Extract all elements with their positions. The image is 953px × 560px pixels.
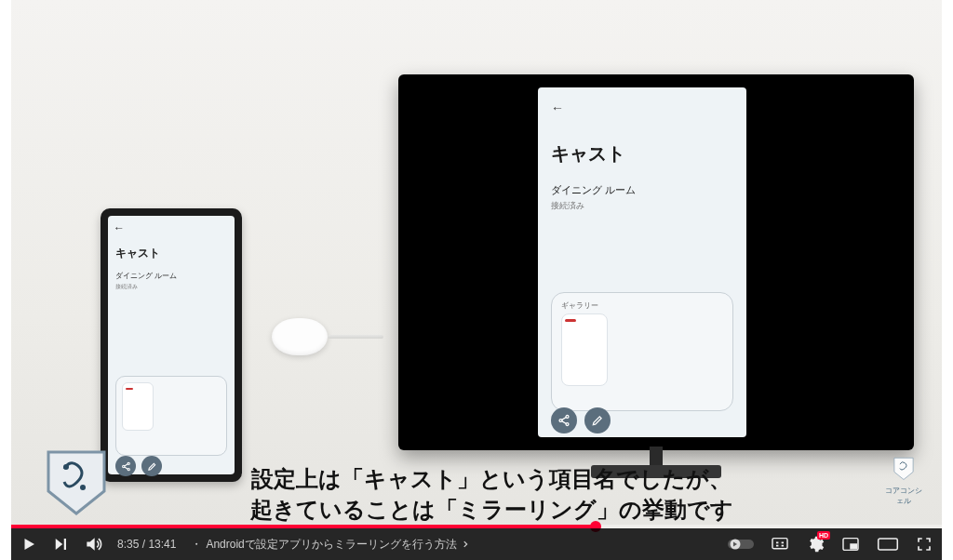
theater-button[interactable] (877, 537, 899, 552)
chevron-right-icon (461, 540, 470, 549)
phone-preview-card (115, 376, 227, 456)
phone-cast-title: キャスト (115, 246, 227, 261)
tv-device-name: ダイニング ルーム (551, 183, 733, 197)
brand-badge-right-icon (890, 456, 918, 484)
miniplayer-button[interactable] (841, 537, 860, 552)
share-icon (551, 407, 577, 433)
svg-rect-12 (851, 544, 856, 549)
back-arrow-icon: ← (114, 221, 125, 234)
brand-badge-right: コアコンシェル (882, 456, 925, 506)
settings-button[interactable]: HD (806, 535, 825, 553)
brand-badge-left-icon (43, 445, 110, 519)
video-player: ← キャスト ダイニング ルーム 接続済み (0, 0, 953, 560)
volume-button[interactable] (84, 535, 102, 553)
chromecast-dongle (272, 318, 328, 355)
subtitle-caption: 設定上は「キャスト」という項目名でしたが、 起きていることは「ミラーリング」の挙… (115, 459, 867, 527)
tv-monitor: ← キャスト ダイニング ルーム 接続済み ギャラリー (398, 74, 914, 450)
svg-rect-13 (879, 539, 898, 550)
svg-point-7 (80, 485, 86, 490)
chapter-title: Androidで設定アプリからミラーリングを行う方法 (206, 537, 456, 553)
hd-badge: HD (817, 531, 830, 540)
video-frame[interactable]: ← キャスト ダイニング ルーム 接続済み (11, 0, 942, 528)
phone-screen: ← キャスト ダイニング ルーム 接続済み (108, 216, 235, 474)
player-controls: 8:35 / 13:41 ・ Androidで設定アプリからミラーリングを行う方… (11, 528, 942, 560)
phone-mockup: ← キャスト ダイニング ルーム 接続済み (101, 208, 242, 482)
caption-line-1: 設定上は「キャスト」という項目名でしたが、 (125, 464, 858, 494)
captions-button[interactable] (771, 537, 789, 552)
svg-point-6 (63, 464, 69, 470)
next-button[interactable] (52, 536, 69, 553)
svg-rect-10 (772, 539, 787, 549)
phone-status: 接続済み (115, 283, 227, 291)
duration: 13:41 (148, 538, 176, 551)
play-button[interactable] (20, 536, 37, 553)
tv-mirrored-screen: ← キャスト ダイニング ルーム 接続済み ギャラリー (538, 87, 746, 437)
chapter-button[interactable]: ・ Androidで設定アプリからミラーリングを行う方法 (191, 537, 469, 553)
fullscreen-button[interactable] (916, 536, 933, 553)
autoplay-toggle[interactable] (728, 538, 754, 551)
time-display: 8:35 / 13:41 (117, 538, 176, 551)
phone-device-name: ダイニング ルーム (115, 271, 227, 281)
tv-card-label: ギャラリー (561, 300, 598, 311)
caption-line-2: 起きていることは「ミラーリング」の挙動です (125, 495, 858, 525)
tv-cast-title: キャスト (551, 141, 733, 167)
tv-status: 接続済み (551, 200, 733, 212)
back-arrow-icon: ← (551, 100, 733, 115)
current-time: 8:35 (117, 538, 139, 551)
tv-preview-card: ギャラリー (551, 292, 733, 411)
edit-icon (584, 407, 611, 433)
brand-label: コアコンシェル (882, 486, 925, 506)
